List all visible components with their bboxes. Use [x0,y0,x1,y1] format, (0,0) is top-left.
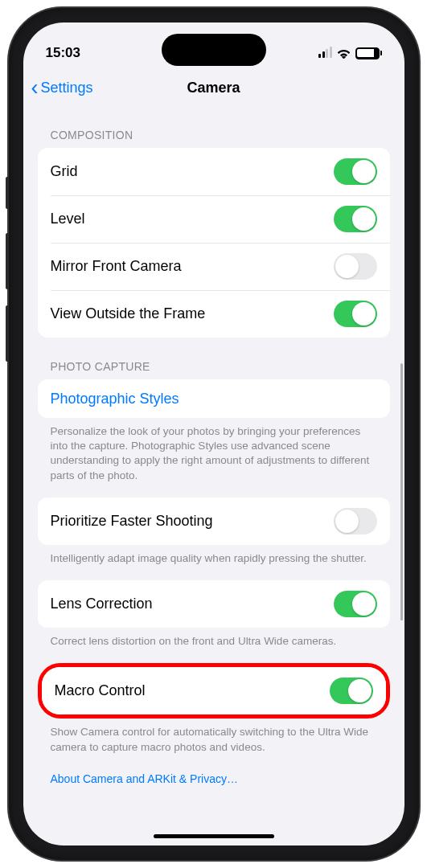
back-label: Settings [41,80,93,96]
grid-toggle[interactable] [334,158,377,185]
level-row: Level [38,195,390,243]
lens-footer: Correct lens distortion on the front and… [38,628,390,649]
photographic-styles-button[interactable]: Photographic Styles [38,379,390,418]
composition-group: Grid Level Mirror Front Camera View Outs… [38,148,390,338]
photographic-styles-group: Photographic Styles [38,379,390,418]
home-indicator[interactable] [154,834,274,838]
macro-toggle[interactable] [330,678,373,704]
prioritize-footer: Intelligently adapt image quality when r… [38,545,390,566]
lens-toggle[interactable] [334,591,377,617]
lens-label: Lens Correction [51,596,153,612]
level-label: Level [51,211,85,227]
cellular-icon [318,48,332,58]
privacy-link[interactable]: About Camera and ARKit & Privacy… [38,755,390,785]
wifi-icon [337,48,351,59]
prioritize-row: Prioritize Faster Shooting [38,497,390,545]
macro-row: Macro Control [42,667,386,714]
mirror-label: Mirror Front Camera [51,258,182,275]
grid-label: Grid [51,163,78,180]
photographic-styles-label: Photographic Styles [51,391,179,407]
photographic-styles-footer: Personalize the look of your photos by b… [38,418,390,483]
view-outside-toggle[interactable] [334,301,377,327]
level-toggle[interactable] [334,206,377,232]
prioritize-group: Prioritize Faster Shooting [38,497,390,545]
back-button[interactable]: ‹ Settings [31,77,93,99]
macro-highlight: Macro Control [38,663,390,719]
phone-frame: 15:03 75 ‹ Settings Camera [9,8,419,860]
status-time: 15:03 [46,45,80,61]
navigation-bar: ‹ Settings Camera [23,69,404,106]
scrollbar[interactable] [400,363,403,620]
view-outside-label: View Outside the Frame [51,305,206,322]
content-scroll[interactable]: COMPOSITION Grid Level Mirror Front Came… [23,106,404,833]
macro-group: Macro Control [42,667,386,714]
grid-row: Grid [38,148,390,195]
section-header-photo-capture: PHOTO CAPTURE [38,338,390,379]
prioritize-toggle[interactable] [334,508,377,534]
dynamic-island [162,34,266,66]
macro-label: Macro Control [55,682,146,699]
prioritize-label: Prioritize Faster Shooting [51,513,213,530]
macro-footer: Show Camera control for automatically sw… [38,719,390,754]
battery-icon: 75 [355,47,382,59]
chevron-left-icon: ‹ [31,77,39,99]
mirror-row: Mirror Front Camera [38,243,390,290]
lens-group: Lens Correction [38,580,390,628]
screen: 15:03 75 ‹ Settings Camera [23,23,404,845]
view-outside-row: View Outside the Frame [38,290,390,338]
section-header-composition: COMPOSITION [38,106,390,148]
mirror-toggle[interactable] [334,253,377,280]
lens-row: Lens Correction [38,580,390,628]
page-title: Camera [187,80,240,96]
